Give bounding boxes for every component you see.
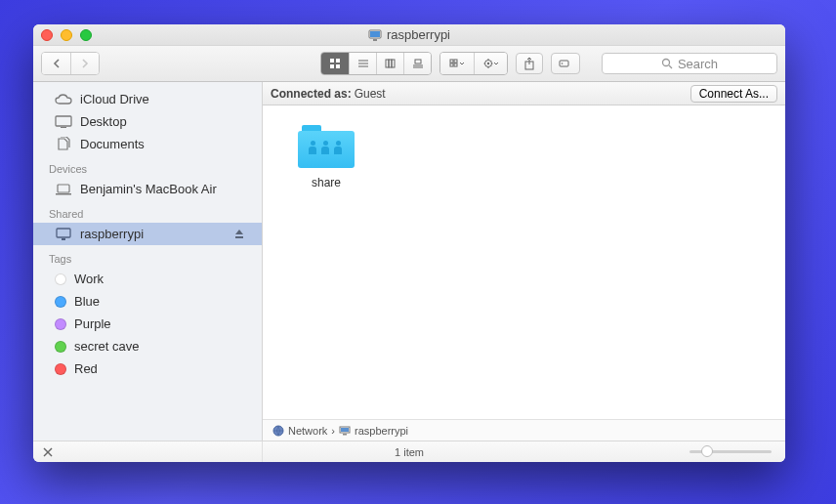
connection-bar: Connected as: Guest Connect As... (263, 82, 785, 105)
svg-rect-30 (56, 193, 71, 195)
sidebar-item-macbook[interactable]: Benjamin's MacBook Air (33, 178, 262, 200)
svg-rect-16 (450, 60, 453, 63)
forward-button[interactable] (70, 53, 99, 74)
main-area: Connected as: Guest Connect As... share (263, 82, 785, 441)
svg-rect-5 (330, 64, 334, 68)
sidebar-item-label: Red (74, 361, 98, 376)
path-current[interactable]: raspberrypi (355, 425, 408, 437)
svg-rect-29 (58, 185, 69, 192)
sidebar-tag-work[interactable]: Work (33, 268, 262, 290)
close-icon[interactable] (43, 447, 53, 457)
action-button[interactable] (474, 53, 507, 74)
svg-rect-32 (62, 238, 65, 240)
connection-value: Guest (355, 87, 386, 101)
connect-as-button[interactable]: Connect As... (690, 85, 777, 103)
globe-icon (272, 425, 284, 437)
icon-view-button[interactable] (321, 53, 349, 74)
slider-thumb[interactable] (701, 445, 713, 457)
svg-rect-28 (61, 127, 66, 128)
sidebar-item-label: Benjamin's MacBook Air (80, 182, 217, 196)
documents-icon (55, 137, 72, 151)
sidebar-item-label: raspberrypi (80, 227, 144, 241)
column-view-button[interactable] (376, 53, 403, 74)
sidebar-tag-red[interactable]: Red (33, 357, 262, 380)
toolbar: Search (33, 46, 785, 82)
arrange-button[interactable] (440, 53, 474, 74)
back-button[interactable] (42, 53, 70, 74)
sidebar-item-documents[interactable]: Documents (33, 133, 262, 155)
svg-rect-33 (235, 236, 243, 238)
svg-rect-6 (336, 64, 340, 68)
sidebar-item-label: Documents (80, 137, 145, 151)
status-text: 1 item (395, 446, 424, 458)
sidebar-item-label: Desktop (80, 114, 127, 129)
devices-header: Devices (33, 155, 262, 178)
svg-line-26 (669, 65, 672, 68)
maximize-button[interactable] (80, 29, 92, 41)
svg-point-24 (562, 63, 564, 64)
sidebar-item-label: Purple (74, 316, 111, 331)
view-mode-group (320, 52, 432, 75)
laptop-icon (55, 182, 72, 196)
sidebar-item-label: secret cave (74, 339, 139, 354)
sidebar-item-desktop[interactable]: Desktop (33, 110, 262, 133)
arrange-action-group (439, 52, 508, 75)
svg-rect-36 (341, 428, 349, 432)
svg-rect-18 (450, 63, 453, 66)
cloud-icon (55, 92, 72, 106)
svg-rect-2 (373, 39, 377, 41)
sidebar-item-label: iCloud Drive (80, 92, 149, 106)
icon-size-slider[interactable] (690, 450, 772, 453)
sidebar-tag-blue[interactable]: Blue (33, 290, 262, 313)
desktop-icon (55, 114, 72, 129)
tag-dot-icon (55, 341, 66, 353)
titlebar[interactable]: raspberrypi (33, 24, 785, 46)
minimize-button[interactable] (61, 29, 72, 41)
coverflow-view-button[interactable] (403, 53, 431, 74)
window-title: raspberrypi (368, 27, 450, 42)
sidebar-item-label: Work (74, 272, 104, 286)
svg-rect-19 (454, 63, 457, 66)
monitor-icon (339, 426, 351, 436)
shared-header: Shared (33, 200, 262, 223)
connection-label: Connected as: (271, 87, 352, 101)
svg-rect-23 (560, 61, 568, 66)
search-icon (661, 58, 673, 69)
window-title-text: raspberrypi (387, 27, 450, 42)
tag-dot-icon (55, 296, 66, 308)
window-body: iCloud Drive Desktop Documents Devices B… (33, 82, 785, 441)
svg-rect-31 (57, 229, 70, 237)
eject-icon[interactable] (234, 229, 244, 239)
sidebar-tag-purple[interactable]: Purple (33, 313, 262, 335)
svg-rect-12 (392, 60, 395, 67)
list-view-button[interactable] (349, 53, 376, 74)
tag-dot-icon (55, 363, 66, 375)
shared-folder-icon (298, 123, 355, 168)
sidebar-item-label: Blue (74, 294, 100, 309)
svg-rect-13 (415, 60, 421, 63)
finder-window: raspberrypi Search iCloud D (33, 24, 785, 462)
svg-rect-1 (370, 31, 380, 37)
close-button[interactable] (41, 29, 53, 41)
monitor-icon (368, 29, 382, 41)
share-button[interactable] (516, 53, 543, 74)
tag-dot-icon (55, 318, 66, 330)
tags-button[interactable] (551, 53, 580, 74)
sidebar-tag-secretcave[interactable]: secret cave (33, 335, 262, 357)
search-placeholder: Search (678, 57, 718, 71)
tags-header: Tags (33, 245, 262, 268)
sidebar-item-icloud[interactable]: iCloud Drive (33, 88, 262, 110)
search-field[interactable]: Search (602, 53, 777, 74)
folder-item-share[interactable]: share (282, 123, 370, 189)
folder-name: share (312, 176, 341, 189)
svg-rect-3 (330, 59, 334, 63)
content-area[interactable]: share (263, 105, 785, 419)
path-bar: Network › raspberrypi (263, 419, 785, 441)
path-root[interactable]: Network (288, 425, 327, 437)
sidebar: iCloud Drive Desktop Documents Devices B… (33, 82, 263, 441)
svg-rect-37 (343, 434, 347, 436)
sidebar-item-raspberrypi[interactable]: raspberrypi (33, 223, 262, 245)
nav-buttons (41, 52, 100, 75)
status-left (33, 441, 263, 462)
svg-rect-4 (336, 59, 340, 63)
